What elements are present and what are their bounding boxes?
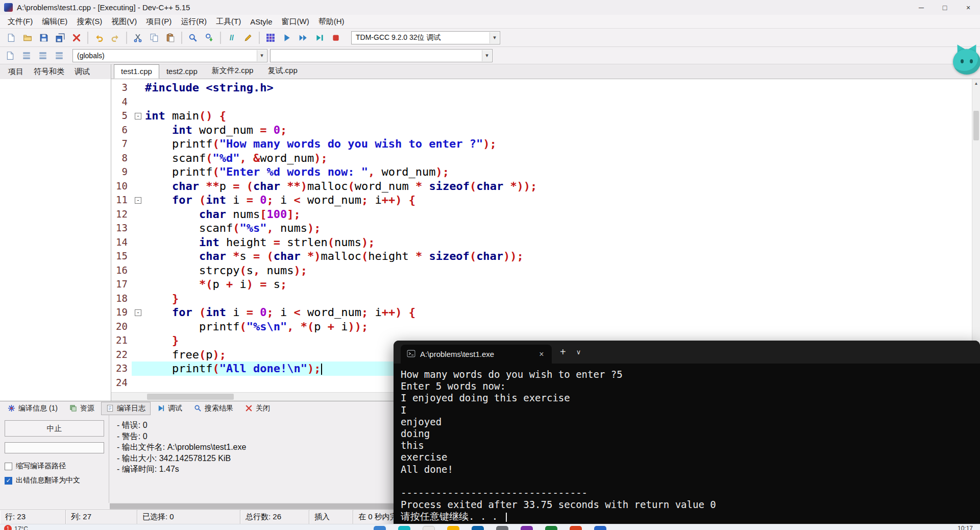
checkbox-row[interactable]: ✓出错信息翻译为中文 [5, 476, 104, 485]
project-tree-panel[interactable] [0, 79, 111, 401]
fold-toggle-icon[interactable]: - [135, 113, 141, 119]
menu-item[interactable]: 窗口(W) [277, 15, 314, 28]
menu-item[interactable]: 文件(F) [3, 15, 37, 28]
new-tab-button[interactable]: + [560, 346, 566, 358]
editor-line[interactable]: 3#include <string.h> [111, 81, 980, 95]
taskbar-app-icon[interactable] [545, 526, 557, 530]
replace-button[interactable] [201, 31, 217, 45]
menu-item[interactable]: 编辑(E) [37, 15, 72, 28]
run-button[interactable] [279, 31, 295, 45]
taskbar-app-icon[interactable] [496, 526, 508, 530]
compiler-select[interactable]: TDM-GCC 9.2.0 32位 调试 ▾ [351, 31, 500, 44]
find-button[interactable] [185, 31, 201, 45]
log-tab-asterisk[interactable]: 编译信息 (1) [3, 402, 63, 415]
taskbar-app-icon[interactable] [472, 526, 484, 530]
menu-item[interactable]: 工具(T) [211, 15, 246, 28]
editor-line[interactable]: 5-int main() { [111, 109, 980, 123]
editor-line[interactable]: 4 [111, 95, 980, 109]
editor-tab[interactable]: test2.cpp [159, 64, 205, 79]
editor-tab[interactable]: 复试.cpp [260, 63, 304, 79]
terminal-output[interactable]: How many words do you wish to enter ?5En… [394, 364, 980, 524]
new-file-button[interactable] [3, 31, 19, 45]
taskbar-app-icon[interactable] [398, 526, 410, 530]
log-tab-close[interactable]: 关闭 [240, 402, 275, 415]
close-file-button[interactable] [68, 31, 85, 45]
menu-item[interactable]: 运行(R) [176, 15, 211, 28]
fold-toggle-icon[interactable]: - [135, 309, 141, 316]
editor-tab[interactable]: 新文件2.cpp [205, 63, 261, 79]
editor-line[interactable]: 15 char *s = (char *)malloc(height * siz… [111, 249, 980, 263]
insert-list-button-1[interactable] [18, 49, 35, 63]
editor-line[interactable]: 6 int word_num = 0; [111, 123, 980, 137]
copy-button[interactable] [146, 31, 162, 45]
globals-select[interactable]: (globals) ▾ [72, 49, 267, 62]
paste-button[interactable] [162, 31, 179, 45]
log-tab-resource[interactable]: 资源 [64, 402, 100, 415]
menu-item[interactable]: 视图(V) [107, 15, 141, 28]
editor-line[interactable]: 19- for (int i = 0; i < word_num; i++) { [111, 305, 980, 320]
cut-button[interactable] [130, 31, 146, 45]
editor-line[interactable]: 10 char **p = (char **)malloc(word_num *… [111, 179, 980, 194]
checkbox-row[interactable]: 缩写编译器路径 [5, 462, 104, 471]
insert-list-button-2[interactable] [35, 49, 51, 63]
abort-button[interactable]: 中止 [5, 420, 104, 437]
fold-toggle-icon[interactable]: - [135, 197, 141, 204]
editor-line[interactable]: 16 strcpy(s, nums); [111, 263, 980, 278]
terminal-tab-bar[interactable]: A:\problems\test1.exe × + ∨ [394, 341, 980, 364]
taskbar-app-icon[interactable] [423, 526, 435, 530]
close-button[interactable]: × [957, 0, 980, 15]
editor-line[interactable]: 13 scanf("%s", nums); [111, 221, 980, 235]
editor-line[interactable]: 12 char nums[100]; [111, 207, 980, 222]
tab-dropdown-button[interactable]: ∨ [576, 348, 581, 356]
compile-button[interactable] [262, 31, 279, 45]
compile-and-run-button[interactable] [295, 31, 311, 45]
taskbar-app-icon[interactable] [594, 526, 606, 530]
save-button[interactable] [36, 31, 52, 45]
menu-item[interactable]: 帮助(H) [314, 15, 349, 28]
redo-button[interactable] [107, 31, 124, 45]
members-select[interactable]: ▾ [270, 49, 493, 62]
uncomment-button[interactable] [240, 31, 256, 45]
checkbox-checked-icon[interactable]: ✓ [5, 477, 12, 485]
terminal-tab[interactable]: A:\problems\test1.exe × [401, 345, 552, 364]
minimize-button[interactable]: ─ [910, 0, 933, 15]
checkbox-unchecked-icon[interactable] [5, 463, 12, 470]
scrollbar-thumb[interactable] [973, 111, 979, 140]
stop-execution-button[interactable] [328, 31, 344, 45]
editor-line[interactable]: 17 *(p + i) = s; [111, 277, 980, 292]
editor-tab[interactable]: test1.cpp [114, 64, 159, 79]
open-file-button[interactable] [19, 31, 36, 45]
taskbar-app-icon[interactable] [570, 526, 582, 530]
menu-item[interactable]: AStyle [246, 15, 277, 28]
log-tab-log[interactable]: 编译日志 [101, 402, 151, 415]
scroll-up-icon[interactable]: ▲ [972, 79, 980, 87]
editor-line[interactable]: 7 printf("How many words do you wish to … [111, 137, 980, 151]
menu-item[interactable]: 项目(P) [141, 15, 176, 28]
tab-close-icon[interactable]: × [535, 348, 548, 360]
taskbar-weather-widget[interactable]: 1 17°C [4, 525, 28, 530]
editor-line[interactable]: 14 int height = strlen(nums); [111, 235, 980, 250]
insert-list-button-3[interactable] [51, 49, 67, 63]
scrollbar-thumb[interactable] [147, 394, 234, 400]
log-tab-search[interactable]: 搜索结果 [189, 402, 238, 415]
save-all-button[interactable] [52, 31, 68, 45]
rerun-button[interactable] [311, 31, 328, 45]
taskbar-app-icon[interactable] [447, 526, 459, 530]
log-tab-debug[interactable]: 调试 [152, 402, 187, 415]
maximize-button[interactable]: □ [933, 0, 957, 15]
editor-line[interactable]: 9 printf("Enter %d words now: ", word_nu… [111, 165, 980, 179]
undo-button[interactable] [91, 31, 107, 45]
sidebar-tab[interactable]: 调试 [69, 65, 95, 79]
taskbar-clock[interactable]: 10:17 [958, 525, 973, 530]
taskbar-app-icon[interactable] [521, 526, 533, 530]
taskbar-app-icon[interactable] [374, 526, 386, 530]
new-template-button[interactable] [2, 49, 18, 63]
editor-line[interactable]: 11- for (int i = 0; i < word_num; i++) { [111, 193, 980, 207]
comment-button[interactable]: // [224, 31, 240, 45]
editor-line[interactable]: 8 scanf("%d", &word_num); [111, 151, 980, 165]
sidebar-tab[interactable]: 符号和类 [29, 65, 69, 79]
sidebar-tab[interactable]: 项目 [3, 65, 29, 79]
editor-line[interactable]: 20 printf("%s\n", *(p + i)); [111, 320, 980, 334]
menu-item[interactable]: 搜索(S) [72, 15, 107, 28]
editor-line[interactable]: 18 } [111, 292, 980, 306]
